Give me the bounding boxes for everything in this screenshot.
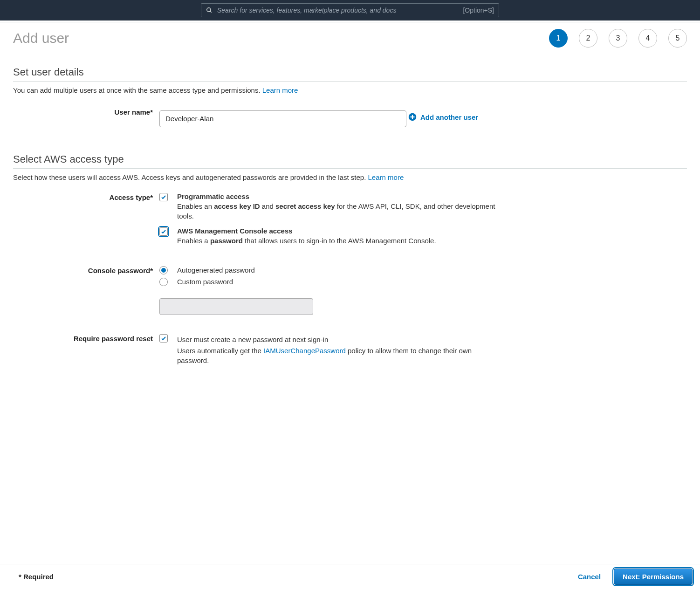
section-user-details-desc-text: You can add multiple users at once with … [13,86,262,94]
page-body: Add user 1 2 3 4 5 Set user details You … [0,22,700,371]
svg-line-1 [210,11,212,13]
autogen-password-radio[interactable] [159,266,168,274]
section-user-details-desc: You can add multiple users at once with … [13,86,687,94]
console-access-checkbox[interactable] [159,227,168,236]
search-input[interactable] [217,4,463,17]
learn-more-access[interactable]: Learn more [368,173,404,181]
wizard-step-3[interactable]: 3 [609,29,627,48]
page-title: Add user [13,30,69,46]
section-user-details-title: Set user details [13,66,687,82]
add-another-label: Add another user [420,113,478,121]
section-access-desc-text: Select how these users will access AWS. … [13,173,368,181]
console-access-desc: Enables a password that allows users to … [177,236,503,246]
username-label: User name* [114,108,153,116]
top-nav: [Option+S] [0,0,700,21]
wizard-steps: 1 2 3 4 5 [549,29,687,48]
console-access-option: AWS Management Console access Enables a … [159,227,687,246]
custom-password-label: Custom password [177,278,233,286]
console-password-row: Console password* Autogenerated password… [13,266,687,315]
console-password-label: Console password* [88,267,153,274]
require-reset-label: Require password reset [74,335,153,342]
search-bar[interactable]: [Option+S] [201,3,499,17]
add-another-user[interactable]: Add another user [408,113,478,121]
username-input[interactable] [159,110,406,127]
custom-password-option: Custom password [159,277,687,286]
svg-point-0 [207,8,211,12]
require-reset-row: Require password reset User must create … [13,334,687,371]
search-icon [206,7,213,14]
learn-more-user-details[interactable]: Learn more [262,86,298,94]
require-reset-line1: User must create a new password at next … [177,335,503,345]
custom-password-input [159,298,313,315]
username-row: User name* Add another user [13,105,687,127]
svg-rect-4 [412,115,413,119]
search-shortcut: [Option+S] [463,7,494,14]
wizard-step-4[interactable]: 4 [638,29,657,48]
console-access-title: AWS Management Console access [177,227,503,235]
programmatic-access-desc: Enables an access key ID and secret acce… [177,201,503,222]
programmatic-access-checkbox[interactable] [159,193,168,201]
checkmark-icon [161,229,166,234]
section-access-desc: Select how these users will access AWS. … [13,173,687,181]
checkmark-icon [161,336,166,341]
section-access-title: Select AWS access type [13,153,687,169]
programmatic-access-option: Programmatic access Enables an access ke… [159,192,687,222]
checkmark-icon [161,194,166,200]
custom-password-radio[interactable] [159,278,168,286]
wizard-step-5[interactable]: 5 [668,29,687,48]
autogen-password-option: Autogenerated password [159,266,687,274]
require-reset-option: User must create a new password at next … [159,334,687,366]
plus-circle-icon [408,113,417,121]
header-row: Add user 1 2 3 4 5 [13,29,687,48]
iam-policy-link[interactable]: IAMUserChangePassword [263,347,346,355]
access-type-row: Access type* Programmatic access Enables… [13,192,687,252]
require-reset-checkbox[interactable] [159,334,168,342]
access-type-label: Access type* [110,193,153,201]
autogen-password-label: Autogenerated password [177,266,255,274]
programmatic-access-title: Programmatic access [177,192,503,200]
wizard-step-1[interactable]: 1 [549,29,568,48]
require-reset-line2: Users automatically get the IAMUserChang… [177,346,503,366]
wizard-step-2[interactable]: 2 [579,29,597,48]
